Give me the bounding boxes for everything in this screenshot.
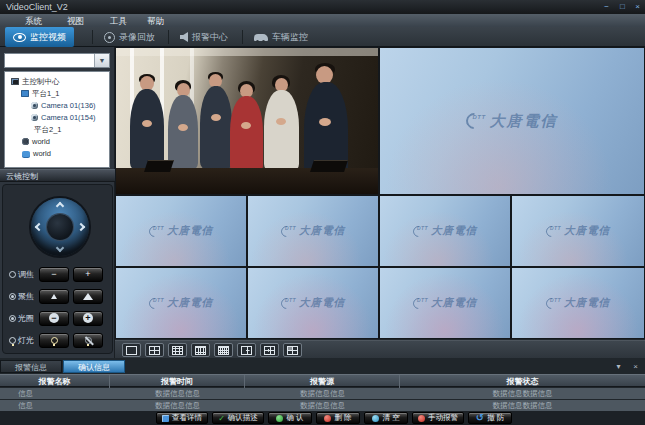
bulb-off-icon	[85, 337, 92, 344]
brand-text: 大唐電信	[490, 112, 558, 131]
layout-1-7-button[interactable]	[260, 343, 279, 357]
bulb-icon	[9, 337, 16, 344]
table-row[interactable]: 信息 数据信息信息 数据信息信息 数据信息数据信息	[0, 400, 645, 411]
confirm-description-button[interactable]: ✓ 确认描述	[212, 412, 264, 424]
button-label: 查看详情	[172, 413, 202, 423]
datang-watermark: DTT大唐電信	[248, 268, 378, 338]
brand-text: 大唐電信	[167, 224, 213, 238]
video-tile[interactable]: DTT大唐電信	[380, 196, 510, 266]
globe-dark-icon	[22, 138, 29, 145]
iris-icon	[9, 315, 16, 322]
tree-item-label: 平台1_1	[32, 89, 60, 99]
layout-1-button[interactable]	[122, 343, 141, 357]
video-tile-live[interactable]	[116, 48, 378, 194]
tree-item-world-2[interactable]: world	[22, 148, 51, 159]
tab-vehicle-monitor[interactable]: 车辆监控	[246, 27, 316, 47]
disarm-button[interactable]: ↺ 撤 防	[468, 412, 512, 424]
video-tile[interactable]: DTT大唐電信	[248, 268, 378, 338]
speaker-icon	[180, 32, 188, 42]
tree-item-camera-136[interactable]: Camera 01(136)	[31, 100, 96, 111]
iris-close-button[interactable]: −	[39, 311, 69, 326]
joystick-hub[interactable]	[47, 214, 73, 240]
button-label: 确认描述	[228, 413, 258, 423]
tab-monitor-video[interactable]: 监控视频	[5, 27, 74, 47]
check-icon: ✓	[218, 415, 225, 422]
brand-text: 大唐電信	[431, 296, 477, 310]
tree-item-world-1[interactable]: world	[22, 136, 50, 147]
arrow-right-icon[interactable]	[77, 223, 85, 231]
tree-item-control-center[interactable]: 主控制中心	[11, 76, 60, 87]
ptz-joystick[interactable]	[31, 198, 89, 256]
film-reel-icon	[104, 32, 115, 43]
ptz-row-label: 调焦	[18, 269, 34, 280]
video-grid: DTT 大唐電信 DTT大唐電信 DTT大唐電信 DTT大唐電信 DTT大唐電信…	[115, 47, 645, 340]
bulb-on-icon	[51, 337, 58, 344]
zoom-in-button[interactable]: +	[73, 267, 103, 282]
video-tile[interactable]: DTT大唐電信	[380, 268, 510, 338]
ptz-row-label: 光圈	[18, 313, 34, 324]
layout-9-button[interactable]	[168, 343, 187, 357]
button-label: 确 认	[286, 413, 303, 423]
delete-button[interactable]: 删 除	[316, 412, 360, 424]
device-select-combo[interactable]: ▼	[4, 53, 110, 68]
layout-1-7-icon	[264, 346, 275, 355]
tree-item-camera-154[interactable]: Camera 01(154)	[31, 112, 96, 123]
tab-alarm-info[interactable]: 报警信息	[0, 360, 62, 373]
camera-icon	[31, 114, 38, 121]
focus-far-button[interactable]	[73, 289, 103, 304]
tree-item-platform1[interactable]: 平台1_1	[21, 88, 60, 99]
layout-6-button[interactable]	[283, 343, 302, 357]
brand-text: 大唐電信	[167, 296, 213, 310]
tab-alarm-center[interactable]: 报警中心	[172, 27, 236, 47]
ring-icon	[9, 271, 16, 278]
combo-value	[5, 54, 94, 67]
video-tile[interactable]: DTT大唐電信	[248, 196, 378, 266]
view-details-button[interactable]: 查看详情	[156, 412, 208, 424]
arrow-down-icon[interactable]	[56, 244, 64, 252]
tab-confirm-info[interactable]: 确认信息	[63, 360, 125, 373]
maximize-button[interactable]: □	[616, 2, 629, 12]
layout-25-button[interactable]	[214, 343, 233, 357]
title-bar: VideoClient_V2 − □ ×	[0, 0, 645, 14]
button-label: 撤 防	[487, 413, 504, 423]
iris-plus-icon: +	[83, 313, 93, 323]
video-tile[interactable]: DTT大唐電信	[512, 196, 644, 266]
video-tile[interactable]: DTT大唐電信	[512, 268, 644, 338]
nav-tab-bar: 监控视频 录像回放 报警中心 车辆监控	[0, 27, 645, 47]
tab-playback[interactable]: 录像回放	[96, 27, 163, 47]
minimize-button[interactable]: −	[600, 2, 613, 12]
tree-item-label: world	[33, 149, 51, 158]
video-tile[interactable]: DTT大唐電信	[116, 268, 246, 338]
video-tile[interactable]: DTT大唐電信	[116, 196, 246, 266]
chevron-down-icon[interactable]: ▼	[94, 54, 109, 67]
clear-button[interactable]: 清 空	[364, 412, 408, 424]
zoom-out-button[interactable]: −	[39, 267, 69, 282]
layout-16-button[interactable]	[191, 343, 210, 357]
confirm-button[interactable]: 确 认	[268, 412, 312, 424]
video-tile[interactable]: DTT 大唐電信	[380, 48, 644, 194]
ptz-row-zoom: 调焦 − +	[9, 265, 111, 283]
eye-icon	[13, 33, 26, 42]
manual-alarm-button[interactable]: 手动报警	[412, 412, 464, 424]
close-button[interactable]: ×	[631, 2, 644, 12]
focus-near-button[interactable]	[39, 289, 69, 304]
iris-open-button[interactable]: +	[73, 311, 103, 326]
arrow-left-icon[interactable]	[35, 223, 43, 231]
tree-item-platform2[interactable]: 平台2_1	[34, 124, 62, 135]
iris-minus-icon: −	[49, 313, 59, 323]
monitor-icon	[11, 78, 19, 85]
layout-4-button[interactable]	[145, 343, 164, 357]
collapse-panel-icon[interactable]: ▾	[612, 361, 625, 372]
datang-watermark: DTT大唐電信	[380, 196, 510, 266]
arrow-up-icon[interactable]	[56, 202, 64, 210]
layout-button-bar	[115, 340, 645, 358]
light-off-button[interactable]	[73, 333, 103, 348]
table-row[interactable]: 信息 数据信息信息 数据信息信息 数据信息数据信息	[0, 388, 645, 399]
photo-ceiling	[116, 48, 378, 56]
light-on-button[interactable]	[39, 333, 69, 348]
cell-alarm-status: 数据信息数据信息	[400, 400, 645, 411]
close-panel-icon[interactable]: ×	[629, 361, 642, 372]
tab-label: 监控视频	[30, 31, 66, 44]
layout-1-5-button[interactable]	[237, 343, 256, 357]
header-alarm-name: 报警名称	[0, 375, 110, 388]
